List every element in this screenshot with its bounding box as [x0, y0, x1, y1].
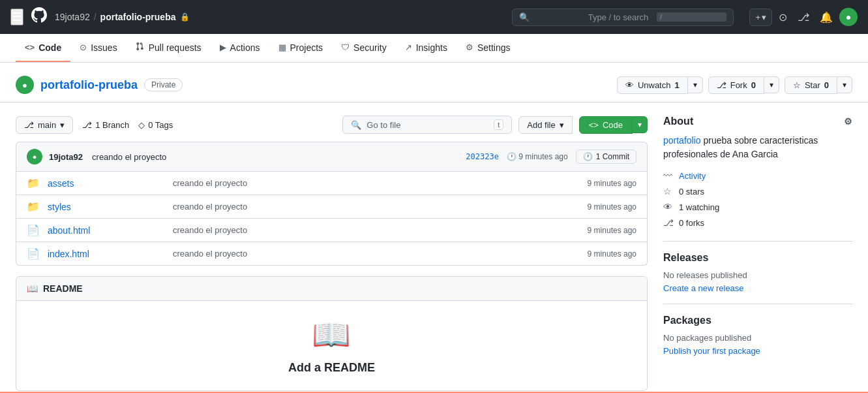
fork-group: ⎇ Fork 0 ▾ — [708, 76, 779, 94]
create-new-button[interactable]: + ▾ — [749, 8, 772, 26]
branch-selector-button[interactable]: ⎇ main ▾ — [16, 116, 73, 134]
add-file-button[interactable]: Add file ▾ — [518, 116, 572, 134]
about-settings-icon[interactable]: ⚙ — [844, 116, 852, 127]
about-header: About ⚙ — [663, 116, 852, 127]
commit-meta: 202323e 🕐 9 minutes ago 🕐 1 Commit — [466, 149, 636, 164]
tab-pull-requests[interactable]: Pull requests — [127, 34, 211, 62]
repo-title-area: ● portafolio-prueba Private — [16, 76, 183, 94]
stars-count: 0 stars — [679, 187, 704, 196]
file-name-styles[interactable]: styles — [48, 202, 165, 212]
tab-settings[interactable]: ⚙ Settings — [456, 35, 520, 62]
breadcrumb-separator: / — [94, 12, 97, 22]
commit-message: creando el proyecto — [92, 152, 166, 162]
unwatch-dropdown-button[interactable]: ▾ — [688, 76, 703, 93]
pr-icon — [136, 42, 145, 53]
hamburger-menu-button[interactable]: ☰ — [10, 8, 23, 25]
commit-time: 🕐 9 minutes ago — [507, 152, 568, 161]
star-button[interactable]: ☆ Star 0 — [785, 76, 837, 94]
commit-author[interactable]: 19jota92 — [49, 152, 83, 162]
about-link-text[interactable]: portafolio — [663, 135, 701, 146]
code-button-group: <> Code ▾ — [579, 116, 648, 134]
tab-insights[interactable]: ↗ Insights — [396, 35, 456, 62]
folder-icon: 📁 — [27, 177, 40, 189]
tab-settings-label: Settings — [477, 42, 511, 53]
issues-icon: ⊙ — [80, 42, 87, 52]
tab-actions[interactable]: ▶ Actions — [211, 35, 269, 62]
pull-requests-icon-button[interactable]: ⎇ — [794, 7, 813, 27]
file-row-styles: 📁 styles creando el proyecto 9 minutes a… — [16, 195, 647, 219]
file-row-about: 📄 about.html creando el proyecto 9 minut… — [16, 219, 647, 242]
file-commit-msg-assets: creando el proyecto — [173, 178, 580, 188]
breadcrumb-user[interactable]: 19jota92 — [55, 12, 90, 22]
fork-dropdown-button[interactable]: ▾ — [764, 76, 779, 93]
unwatch-button[interactable]: 👁 Unwatch 1 — [617, 76, 688, 94]
branch-chevron-icon: ▾ — [60, 120, 65, 130]
git-branch-icon: ⎇ — [82, 120, 92, 130]
file-time-styles: 9 minutes ago — [588, 202, 636, 212]
commit-count-button[interactable]: 🕐 1 Commit — [576, 149, 636, 164]
create-release-link[interactable]: Create a new release — [663, 283, 744, 293]
about-stats: 〰 Activity ☆ 0 stars 👁 1 watching ⎇ 0 fo… — [663, 170, 852, 228]
repo-title[interactable]: portafolio-prueba — [40, 78, 138, 92]
repo-owner-avatar: ● — [16, 76, 34, 94]
search-bar[interactable]: 🔍 Type / to search / — [512, 8, 734, 26]
activity-label[interactable]: Activity — [679, 171, 706, 181]
current-branch: main — [38, 120, 56, 130]
breadcrumb: 19jota92 / portafolio-prueba 🔒 — [55, 12, 190, 22]
about-stat-forks: ⎇ 0 forks — [663, 217, 852, 228]
file-time-assets: 9 minutes ago — [588, 179, 636, 188]
tab-security[interactable]: 🛡 Security — [332, 35, 396, 62]
file-time-index: 9 minutes ago — [588, 249, 636, 259]
tag-count: 0 Tags — [148, 120, 173, 130]
go-to-file-button[interactable]: 🔍 Go to file t — [342, 116, 512, 134]
activity-icon: 〰 — [663, 170, 674, 181]
about-description: portafolio prueba sobre caracteristicas … — [663, 134, 852, 161]
file-name-about[interactable]: about.html — [48, 225, 165, 236]
tab-pr-label: Pull requests — [149, 42, 202, 53]
search-icon: 🔍 — [519, 12, 582, 22]
fork-outline-icon: ⎇ — [663, 217, 674, 228]
branch-count: 1 Branch — [95, 120, 129, 130]
settings-icon: ⚙ — [466, 42, 473, 52]
releases-section: Releases No releases published Create a … — [663, 241, 852, 293]
tab-issues[interactable]: ⊙ Issues — [70, 35, 126, 62]
fork-button[interactable]: ⎇ Fork 0 — [708, 76, 764, 94]
commit-hash[interactable]: 202323e — [466, 152, 499, 161]
folder-icon: 📁 — [27, 200, 40, 213]
packages-empty-text: No packages published — [663, 333, 852, 343]
book-icon: 📖 — [27, 283, 38, 294]
tag-count-item[interactable]: ◇ 0 Tags — [138, 120, 173, 130]
file-icon: 📄 — [27, 224, 40, 236]
breadcrumb-repo[interactable]: portafolio-prueba — [100, 12, 176, 22]
tab-projects[interactable]: ▦ Projects — [269, 35, 333, 62]
commit-author-avatar: ● — [27, 149, 42, 165]
branch-icon: ⎇ — [24, 120, 34, 130]
github-logo[interactable] — [31, 7, 47, 27]
readme-header: 📖 README — [16, 277, 647, 301]
code-dropdown-button[interactable]: ▾ — [633, 116, 648, 133]
file-commit-msg-about: creando el proyecto — [173, 225, 580, 235]
commit-time-text: 9 minutes ago — [518, 152, 567, 161]
notifications-icon-button[interactable]: 🔔 — [816, 7, 837, 27]
top-nav-actions: + ▾ ⊙ ⎇ 🔔 ● — [749, 7, 858, 27]
tab-code[interactable]: <> Code — [16, 35, 70, 62]
publish-package-link[interactable]: Publish your first package — [663, 346, 760, 356]
file-name-assets[interactable]: assets — [48, 178, 165, 189]
code-button[interactable]: <> Code — [579, 116, 633, 134]
file-name-index[interactable]: index.html — [48, 249, 165, 259]
commit-count-icon: 🕐 — [583, 152, 593, 161]
about-section: About ⚙ portafolio prueba sobre caracter… — [663, 116, 852, 228]
fork-icon: ⎇ — [717, 80, 726, 90]
search-shortcut: / — [657, 12, 726, 22]
clock-icon: 🕐 — [507, 152, 516, 161]
tab-issues-label: Issues — [91, 42, 117, 53]
repo-header: ● portafolio-prueba Private 👁 Unwatch 1 … — [0, 63, 868, 102]
about-stat-watching: 👁 1 watching — [663, 202, 852, 212]
user-avatar[interactable]: ● — [839, 8, 858, 26]
issues-icon-button[interactable]: ⊙ — [775, 7, 791, 27]
branch-count-item[interactable]: ⎇ 1 Branch — [82, 120, 129, 130]
about-stat-activity[interactable]: 〰 Activity — [663, 170, 852, 181]
commit-bar: ● 19jota92 creando el proyecto 202323e 🕐… — [16, 142, 648, 172]
repo-header-actions: 👁 Unwatch 1 ▾ ⎇ Fork 0 ▾ ☆ Star 0 ▾ — [617, 76, 852, 94]
star-dropdown-button[interactable]: ▾ — [837, 76, 852, 93]
